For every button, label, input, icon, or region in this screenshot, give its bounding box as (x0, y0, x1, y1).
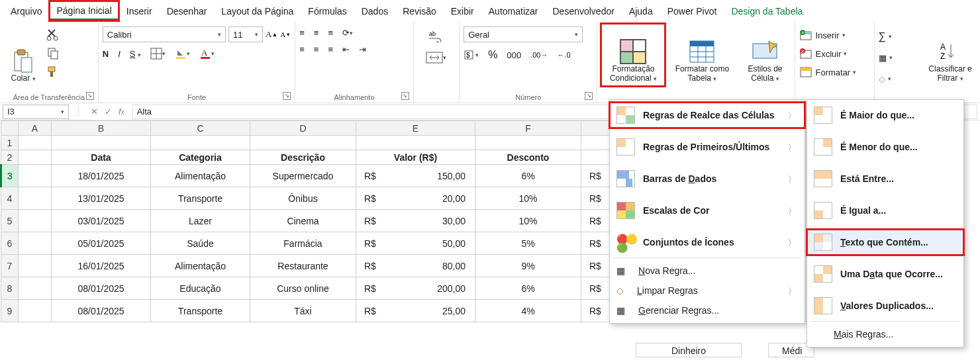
cell[interactable] (19, 255, 52, 277)
format-as-table-button[interactable]: Formatar como Tabela ▾ (669, 24, 735, 86)
align-bottom-icon[interactable]: ≡ (328, 28, 333, 38)
cell[interactable]: Descrição (250, 150, 356, 165)
cell[interactable] (19, 232, 52, 255)
fx-icon[interactable]: fx (119, 107, 124, 116)
cell[interactable]: Táxi (250, 300, 356, 322)
tab-exibir[interactable]: Exibir (444, 2, 481, 19)
cell[interactable]: 5% (475, 232, 581, 255)
cf-icon-sets[interactable]: 🔴🟡🟢 Conjuntos de Ícones 〉 (610, 230, 805, 255)
format-painter-icon[interactable] (46, 65, 60, 78)
cell[interactable]: R$30,00 (356, 210, 475, 232)
font-size-select[interactable]: 11▾ (228, 26, 263, 42)
cut-icon[interactable] (46, 28, 60, 41)
bold-button[interactable]: N (103, 49, 109, 59)
cell[interactable]: Data (52, 150, 151, 165)
cf-top-bottom-rules[interactable]: Regras de Primeiros/Últimos 〉 (610, 134, 805, 159)
fill-color-icon[interactable]: ▾ (175, 48, 190, 60)
cf-new-rule[interactable]: ▦ Nova Regra... (610, 261, 805, 281)
copy-icon[interactable] (46, 46, 60, 60)
wrap-text-icon[interactable]: ab (428, 29, 445, 42)
rule-equal-to[interactable]: É Igual a... (807, 198, 963, 223)
cell[interactable]: Lazer (151, 210, 250, 232)
align-center-icon[interactable]: ≡ (314, 44, 319, 54)
cell[interactable]: 4% (475, 300, 581, 322)
rule-text-contains[interactable]: Texto que Contém... (807, 230, 963, 255)
tab-pagina-inicial[interactable]: Página Inicial (50, 1, 118, 21)
number-launcher-icon[interactable]: ↘ (585, 92, 593, 100)
row-header[interactable]: 3 (1, 165, 19, 187)
decrease-decimal-icon[interactable]: ←.0 (557, 51, 570, 59)
accounting-format-icon[interactable]: $▾ (464, 49, 479, 61)
tab-layout[interactable]: Layout da Página (215, 2, 300, 19)
orientation-icon[interactable]: ⟳▾ (342, 28, 353, 38)
comma-format-icon[interactable]: 000 (507, 50, 521, 60)
column-header[interactable]: D (250, 121, 356, 136)
rule-date-occurring[interactable]: Uma Data que Ocorre... (807, 261, 963, 287)
italic-button[interactable]: I (118, 49, 121, 59)
tab-desenvolvedor[interactable]: Desenvolvedor (546, 2, 620, 19)
cell[interactable]: 08/01/2025 (52, 300, 151, 322)
cell[interactable] (356, 136, 475, 150)
cf-data-bars[interactable]: Barras de Dados 〉 (610, 166, 805, 191)
cell[interactable]: Educação (151, 277, 250, 300)
format-cells-button[interactable]: Formatar ▾ (799, 64, 856, 81)
cell[interactable] (19, 136, 52, 150)
align-middle-icon[interactable]: ≡ (314, 28, 319, 38)
align-top-icon[interactable]: ≡ (299, 28, 305, 38)
cell[interactable]: 9% (475, 255, 581, 277)
cell[interactable]: R$80,00 (356, 255, 475, 277)
column-header[interactable]: A (19, 121, 52, 136)
cell[interactable]: Transporte (151, 187, 250, 210)
cell[interactable]: Cinema (250, 210, 356, 232)
cell[interactable] (19, 210, 52, 232)
tab-automatizar[interactable]: Automatizar (482, 2, 545, 19)
cell[interactable] (19, 150, 52, 165)
cell[interactable]: R$50,00 (356, 232, 475, 255)
cell[interactable]: 18/01/2025 (52, 165, 151, 187)
tab-arquivo[interactable]: Arquivo (4, 2, 48, 19)
row-header[interactable]: 9 (1, 300, 19, 322)
insert-cells-button[interactable]: + Inserir ▾ (799, 26, 845, 44)
rule-between[interactable]: Está Entre... (807, 166, 963, 191)
increase-decimal-icon[interactable]: .00→ (530, 51, 548, 59)
cell[interactable]: Restaurante (250, 255, 356, 277)
align-left-icon[interactable]: ≡ (299, 44, 305, 54)
column-header[interactable]: F (475, 121, 581, 136)
font-color-icon[interactable]: A▾ (199, 48, 215, 60)
clear-button[interactable]: ◇▾ (879, 70, 891, 87)
increase-indent-icon[interactable]: ⇥ (359, 44, 366, 54)
column-header[interactable]: C (151, 121, 250, 136)
cell[interactable]: Valor (R$) (356, 150, 475, 165)
tab-revisao[interactable]: Revisão (396, 2, 443, 19)
cell[interactable]: Saúde (151, 232, 250, 255)
cell[interactable]: R$200,00 (356, 277, 475, 300)
cell[interactable]: R$25,00 (356, 300, 475, 322)
tab-desenhar[interactable]: Desenhar (160, 2, 214, 19)
cancel-formula-icon[interactable]: ✕ (91, 107, 98, 116)
enter-formula-icon[interactable]: ✓ (105, 107, 112, 116)
cell[interactable]: Desconto (475, 150, 581, 165)
alignment-launcher-icon[interactable]: ↘ (401, 92, 409, 100)
cell[interactable]: 05/01/2025 (52, 232, 151, 255)
rule-more-rules[interactable]: Mais Regras... (807, 324, 963, 344)
cell[interactable]: Alimentação (151, 165, 250, 187)
tab-inserir[interactable]: Inserir (120, 2, 159, 19)
decrease-font-icon[interactable]: A▼ (280, 30, 291, 38)
align-right-icon[interactable]: ≡ (328, 44, 333, 54)
column-header[interactable]: B (52, 121, 151, 136)
cell[interactable]: Supermercado (250, 165, 356, 187)
cell[interactable]: Categoria (151, 150, 250, 165)
cell[interactable]: Curso online (250, 277, 356, 300)
font-name-select[interactable]: Calibri▾ (103, 26, 226, 42)
rule-less-than[interactable]: É Menor do que... (807, 134, 963, 159)
row-header[interactable]: 6 (1, 232, 19, 255)
paste-button[interactable]: Colar ▾ (4, 24, 42, 86)
percent-format-icon[interactable]: % (488, 49, 497, 61)
column-header[interactable]: E (356, 121, 475, 136)
autosum-button[interactable]: ∑▾ (879, 28, 892, 45)
cell[interactable]: 6% (475, 165, 581, 187)
cell[interactable]: Ônibus (250, 187, 356, 210)
cell[interactable] (19, 187, 52, 210)
cf-highlight-rules[interactable]: Regras de Realce das Células 〉 (610, 103, 805, 128)
cell[interactable]: 16/01/2025 (52, 255, 151, 277)
